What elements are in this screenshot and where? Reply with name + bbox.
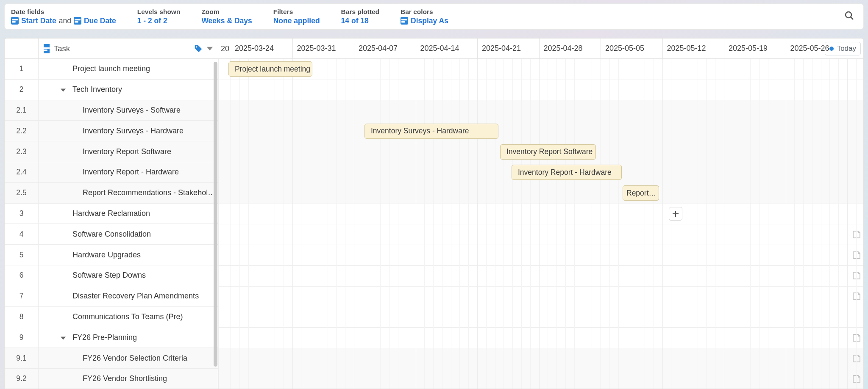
task-name-cell: Tech Inventory <box>39 85 218 94</box>
task-row[interactable]: 4Software Consolidation <box>5 224 218 245</box>
vertical-scrollbar[interactable] <box>212 62 218 385</box>
svg-rect-5 <box>401 21 405 23</box>
vertical-scrollbar-thumb[interactable] <box>214 62 217 367</box>
task-list-header: Task <box>5 39 218 59</box>
timeline-date-cell[interactable]: 2025-03-31 <box>292 39 354 58</box>
task-row[interactable]: 2Tech Inventory <box>5 80 218 100</box>
filters-group[interactable]: Filters None applied <box>273 8 320 25</box>
task-column-header[interactable]: Task <box>39 44 218 53</box>
row-number-cell: 9.1 <box>5 348 39 368</box>
gantt-bar[interactable]: Inventory Report - Hardware <box>512 165 622 180</box>
task-name-cell: Software Consolidation <box>39 230 218 239</box>
zoom-group[interactable]: Zoom Weeks & Days <box>201 8 252 25</box>
task-name-text: Inventory Surveys - Hardware <box>83 127 184 135</box>
timeline-date-cell[interactable]: 2025-05-26 <box>786 39 848 58</box>
gantt-bar[interactable]: Report… <box>623 185 659 201</box>
timeline-date-cell[interactable]: 2025-05-05 <box>601 39 662 58</box>
svg-rect-2 <box>75 19 81 21</box>
gantt-toolbar: Date fields Start Date and Due Date Leve… <box>4 3 864 30</box>
date-fields-value: Start Date and Due Date <box>11 17 116 25</box>
task-row[interactable]: 1Project launch meeting <box>5 59 218 80</box>
levels-group[interactable]: Levels shown 1 - 2 of 2 <box>137 8 181 25</box>
timeline-pane[interactable]: 20 Today 2025-03-242025-03-312025-04-072… <box>218 39 863 389</box>
row-number-cell: 2.3 <box>5 141 39 162</box>
date-start-icon <box>11 17 19 25</box>
task-name-text: Software Consolidation <box>72 230 151 238</box>
date-fields-label: Date fields <box>11 8 116 16</box>
task-name-text: Hardware Upgrades <box>72 251 141 259</box>
task-row[interactable]: 2.2Inventory Surveys - Hardware <box>5 121 218 141</box>
colors-value-text: Display As <box>411 17 448 25</box>
colors-group[interactable]: Bar colors Display As <box>401 8 448 25</box>
timeline-date-cell[interactable]: 2025-05-19 <box>724 39 786 58</box>
note-tag-icon[interactable] <box>851 250 862 260</box>
due-date-text: Due Date <box>84 17 116 25</box>
gantt-bar[interactable]: Inventory Report Software <box>500 144 596 160</box>
note-tag-icon[interactable] <box>851 291 862 301</box>
task-rows: 1Project launch meeting2Tech Inventory2.… <box>5 59 218 389</box>
task-row[interactable]: 8Communications To Teams (Pre) <box>5 307 218 328</box>
task-name-text: Software Step Downs <box>72 271 146 279</box>
timeline-date-cell[interactable]: 2025-04-07 <box>354 39 416 58</box>
row-number-cell: 2.4 <box>5 162 39 182</box>
timeline-date-cell[interactable]: 2025-04-28 <box>539 39 601 58</box>
task-row[interactable]: 2.4Inventory Report - Hardware <box>5 162 218 183</box>
svg-rect-1 <box>12 21 16 23</box>
filters-label: Filters <box>273 8 320 16</box>
row-number-cell: 7 <box>5 286 39 306</box>
task-row[interactable]: 2.5Report Recommendations - Stakehold… <box>5 183 218 204</box>
note-tag-icon[interactable] <box>851 353 862 364</box>
task-row[interactable]: 2.1Inventory Surveys - Software <box>5 100 218 121</box>
collapse-caret-icon[interactable] <box>61 333 66 342</box>
task-row[interactable]: 2.3Inventory Report Software <box>5 141 218 162</box>
task-row[interactable]: 5Hardware Upgrades <box>5 245 218 265</box>
display-as-icon <box>401 17 408 25</box>
task-row[interactable]: 9.1FY26 Vendor Selection Criteria <box>5 348 218 369</box>
task-row[interactable]: 6Software Step Downs <box>5 265 218 286</box>
timeline-header: 20 Today 2025-03-242025-03-312025-04-072… <box>218 39 863 59</box>
timeline-grid[interactable]: Project launch meetingInventory Surveys … <box>218 59 863 389</box>
svg-rect-9 <box>44 49 47 51</box>
row-number-cell: 8 <box>5 307 39 327</box>
date-fields-group[interactable]: Date fields Start Date and Due Date <box>11 8 116 25</box>
timeline-date-cell[interactable]: 2025-04-21 <box>477 39 539 58</box>
timeline-date-cell[interactable]: 2025-04-14 <box>416 39 478 58</box>
task-row[interactable]: 9.2FY26 Vendor Shortlisting <box>5 369 218 389</box>
timeline-date-cell[interactable]: 2025-03-24 <box>231 39 292 58</box>
add-bar-button[interactable] <box>669 207 682 221</box>
chevron-down-icon[interactable] <box>207 46 213 52</box>
colors-value: Display As <box>401 17 448 25</box>
note-tag-icon[interactable] <box>851 270 862 281</box>
task-name-text: FY26 Pre-Planning <box>72 333 137 342</box>
filters-value: None applied <box>273 17 320 25</box>
task-name-cell: Inventory Report Software <box>39 147 218 156</box>
tag-icon[interactable] <box>194 44 203 53</box>
and-text: and <box>59 17 71 25</box>
task-name-cell: Disaster Recovery Plan Amendments <box>39 292 218 301</box>
timeline-date-cell[interactable]: 2025-05-12 <box>662 39 724 58</box>
task-name-text: Disaster Recovery Plan Amendments <box>72 292 199 300</box>
note-tag-icon[interactable] <box>851 229 862 240</box>
task-name-cell: Communications To Teams (Pre) <box>39 312 218 321</box>
gantt-bar[interactable]: Inventory Surveys - Hardware <box>364 124 498 139</box>
collapse-caret-icon[interactable] <box>61 85 66 94</box>
task-row[interactable]: 3Hardware Reclamation <box>5 204 218 224</box>
task-row[interactable]: 9FY26 Pre-Planning <box>5 327 218 348</box>
search-button[interactable] <box>842 8 857 25</box>
bars-value: 14 of 18 <box>341 17 379 25</box>
task-name-cell: Software Step Downs <box>39 271 218 280</box>
row-number-cell: 2.1 <box>5 100 39 121</box>
task-name-cell: FY26 Vendor Selection Criteria <box>39 354 218 363</box>
row-number-cell: 5 <box>5 245 39 265</box>
note-tag-icon[interactable] <box>851 374 862 384</box>
row-number-header-cell <box>5 39 39 58</box>
task-name-text: Tech Inventory <box>72 85 122 94</box>
note-tag-icon[interactable] <box>851 333 862 343</box>
task-name-cell: FY26 Vendor Shortlisting <box>39 374 218 383</box>
task-name-cell: Hardware Upgrades <box>39 251 218 259</box>
date-due-icon <box>74 17 81 25</box>
svg-rect-0 <box>12 19 18 21</box>
task-row[interactable]: 7Disaster Recovery Plan Amendments <box>5 286 218 307</box>
gantt-bar[interactable]: Project launch meeting <box>228 61 312 77</box>
bars-group[interactable]: Bars plotted 14 of 18 <box>341 8 379 25</box>
